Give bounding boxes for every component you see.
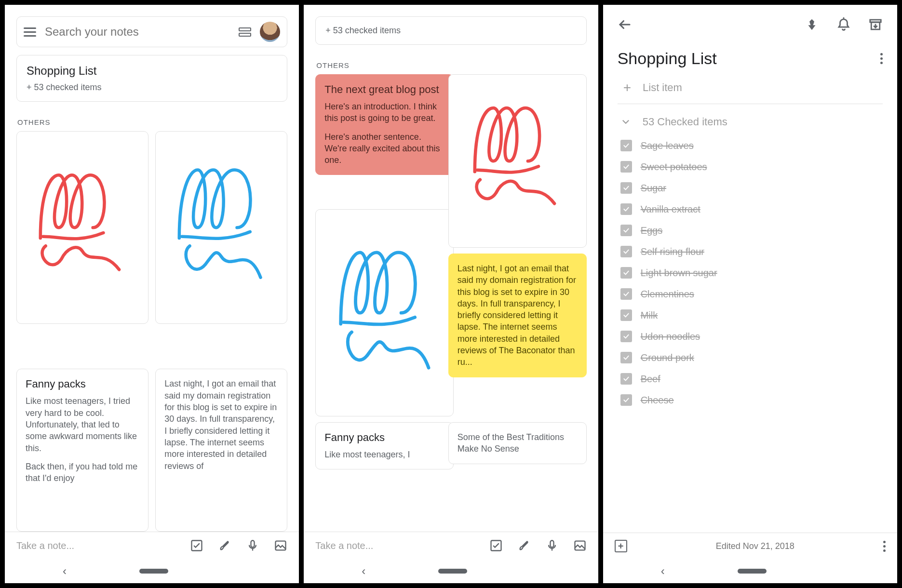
squiggle-red-icon	[30, 151, 135, 304]
add-item-placeholder: List item	[643, 81, 682, 94]
item-label: Sage leaves	[641, 140, 694, 151]
note-fanny-packs[interactable]: Fanny packs Like most teenagers, I tried…	[16, 369, 148, 532]
brush-icon[interactable]	[218, 539, 231, 552]
note-fanny-packs[interactable]: Fanny packs Like most teenagers, I	[315, 422, 454, 469]
more-icon[interactable]	[880, 53, 883, 64]
pinned-note-shopping-list[interactable]: Shopping List + 53 checked items	[16, 55, 287, 102]
checkbox-checked-icon[interactable]	[620, 288, 632, 300]
checked-items-toggle[interactable]: 53 Checked items	[603, 104, 897, 135]
checkbox-checked-icon[interactable]	[620, 161, 632, 173]
note-domain-email[interactable]: Last night, I got an email that said my …	[155, 369, 287, 532]
note-body: Last night, I got an email that said my …	[458, 263, 578, 368]
checkbox-checked-icon[interactable]	[620, 182, 632, 194]
item-label: Milk	[641, 310, 658, 321]
nav-home-icon[interactable]	[139, 569, 168, 574]
system-navbar: ‹	[5, 559, 299, 583]
back-arrow-icon[interactable]	[618, 17, 632, 32]
checked-item[interactable]: Cheese	[620, 389, 883, 411]
squiggle-red-icon	[462, 92, 572, 230]
checklist-icon[interactable]	[489, 539, 503, 552]
note-title: Fanny packs	[324, 431, 444, 444]
nav-back-icon[interactable]: ‹	[63, 564, 67, 578]
nav-home-icon[interactable]	[738, 569, 767, 574]
take-note-input[interactable]: Take a note...	[315, 540, 474, 551]
checked-item[interactable]: Eggs	[620, 220, 883, 241]
nav-home-icon[interactable]	[438, 569, 467, 574]
checked-item[interactable]: Self rising flour	[620, 241, 883, 262]
item-label: Light brown sugar	[641, 267, 717, 279]
search-bar[interactable]: Search your notes	[16, 16, 287, 47]
note-drawing-red[interactable]	[16, 131, 148, 324]
note-blog-post[interactable]: The next great blog post Here's an intro…	[315, 74, 454, 175]
pin-icon[interactable]	[805, 17, 819, 32]
note-body: Last night, I got an email that said my …	[164, 378, 278, 471]
section-others: OTHERS	[316, 61, 585, 69]
note-body: Some of the Best Traditions Make No Sens…	[458, 431, 578, 455]
checkbox-checked-icon[interactable]	[620, 352, 632, 363]
pinned-subtitle: + 53 checked items	[27, 82, 277, 93]
image-icon[interactable]	[573, 539, 587, 552]
add-icon[interactable]: +	[615, 540, 627, 552]
checkbox-checked-icon[interactable]	[620, 203, 632, 215]
mic-icon[interactable]	[545, 539, 559, 552]
item-label: Eggs	[641, 225, 663, 236]
checklist-icon[interactable]	[190, 539, 203, 552]
avatar[interactable]	[260, 22, 280, 42]
note-title: The next great blog post	[324, 83, 444, 96]
checked-item[interactable]: Milk	[620, 305, 883, 326]
mic-icon[interactable]	[246, 539, 259, 552]
svg-rect-1	[251, 541, 255, 548]
add-list-item[interactable]: + List item	[603, 78, 897, 104]
image-icon[interactable]	[274, 539, 287, 552]
checked-item[interactable]: Vanilla extract	[620, 199, 883, 220]
note-drawing-blue[interactable]	[155, 131, 287, 324]
panel-note-detail: Shopping List + List item 53 Checked ite…	[603, 5, 897, 583]
note-footer: + Edited Nov 21, 2018	[603, 533, 897, 559]
panel-notes-scrolled: + 53 checked items OTHERS The next great…	[304, 5, 598, 583]
reminder-icon[interactable]	[836, 17, 851, 32]
checkbox-checked-icon[interactable]	[620, 246, 632, 257]
svg-rect-4	[550, 541, 553, 548]
brush-icon[interactable]	[517, 539, 531, 552]
checkbox-checked-icon[interactable]	[620, 140, 632, 151]
checked-item[interactable]: Clementines	[620, 283, 883, 305]
checked-item[interactable]: Beef	[620, 368, 883, 389]
note-traditions[interactable]: Some of the Best Traditions Make No Sens…	[448, 422, 587, 464]
panel-notes-list: Search your notes Shopping List + 53 che…	[5, 5, 299, 583]
checked-item[interactable]: Sweet potatoes	[620, 156, 883, 177]
checked-item[interactable]: Udon noodles	[620, 326, 883, 347]
view-toggle-icon[interactable]	[239, 27, 251, 37]
note-body: Like most teenagers, I tried very hard t…	[26, 395, 139, 484]
checked-item[interactable]: Sugar	[620, 177, 883, 199]
pinned-title: Shopping List	[27, 64, 277, 78]
checked-item[interactable]: Sage leaves	[620, 135, 883, 156]
squiggle-blue-icon	[169, 151, 274, 304]
note-domain-email[interactable]: Last night, I got an email that said my …	[448, 254, 587, 377]
item-label: Sweet potatoes	[641, 161, 707, 173]
pinned-note-shopping-list[interactable]: + 53 checked items	[315, 16, 586, 45]
checkbox-checked-icon[interactable]	[620, 267, 632, 279]
archive-icon[interactable]	[868, 17, 883, 32]
checkbox-checked-icon[interactable]	[620, 394, 632, 406]
checkbox-checked-icon[interactable]	[620, 225, 632, 236]
nav-back-icon[interactable]: ‹	[661, 564, 665, 578]
checkbox-checked-icon[interactable]	[620, 331, 632, 342]
checkbox-checked-icon[interactable]	[620, 309, 632, 321]
note-drawing-red[interactable]	[448, 74, 587, 248]
checked-item[interactable]: Ground pork	[620, 347, 883, 368]
item-label: Cheese	[641, 395, 674, 406]
item-label: Self rising flour	[641, 246, 704, 257]
checkbox-checked-icon[interactable]	[620, 373, 632, 385]
checked-item[interactable]: Light brown sugar	[620, 262, 883, 283]
more-icon[interactable]	[883, 541, 886, 552]
note-body: Here's an introduction. I think this pos…	[324, 101, 444, 166]
note-title: Fanny packs	[26, 378, 139, 390]
note-drawing-blue[interactable]	[315, 209, 454, 416]
take-note-input[interactable]: Take a note...	[16, 540, 175, 551]
nav-back-icon[interactable]: ‹	[362, 564, 365, 578]
item-label: Udon noodles	[641, 331, 700, 342]
menu-icon[interactable]	[24, 26, 36, 38]
note-title[interactable]: Shopping List	[618, 49, 717, 68]
search-input[interactable]: Search your notes	[45, 25, 230, 39]
squiggle-blue-icon	[330, 230, 440, 395]
